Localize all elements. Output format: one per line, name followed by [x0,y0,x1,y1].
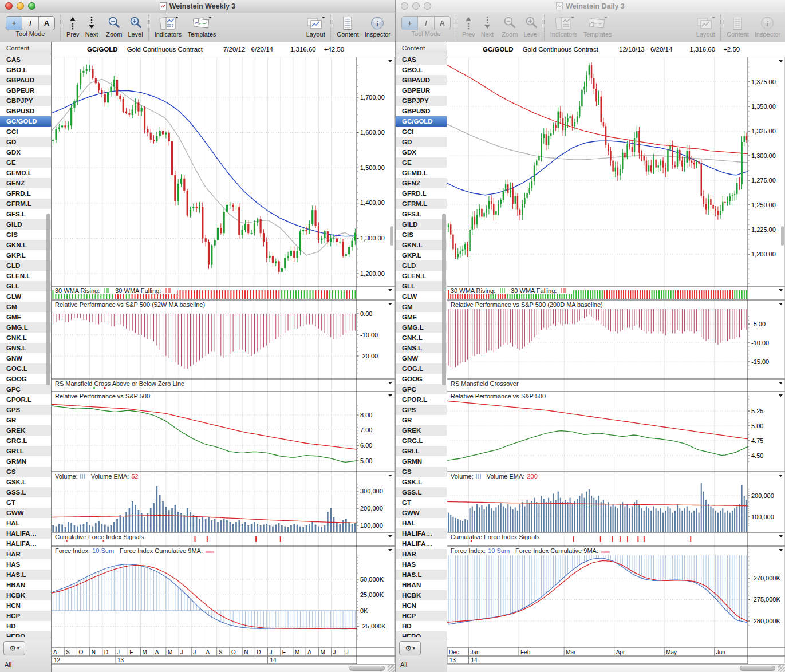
inspector-button[interactable]: iInspector [755,15,780,38]
sidebar-item-gs[interactable]: GS [0,467,51,477]
sidebar-item-gr[interactable]: GR [396,415,447,425]
sidebar-item-hban[interactable]: HBAN [396,580,447,590]
sidebar-item-glw[interactable]: GLW [0,291,51,302]
prev-button[interactable]: Prev [462,15,475,38]
sidebar-item-gdx[interactable]: GDX [0,147,51,157]
sidebar-item-hcn[interactable]: HCN [396,600,447,611]
sidebar-item-hcbk[interactable]: HCBK [396,590,447,600]
sidebar-item-gpc[interactable]: GPC [0,384,51,394]
content-button[interactable]: Content [727,15,749,38]
sidebar-item-has[interactable]: HAS [396,559,447,570]
sidebar-item-gs[interactable]: GS [396,467,447,477]
sidebar-item-gporl[interactable]: GPOR.L [0,394,51,405]
sidebar-item-gld[interactable]: GLD [0,260,51,271]
sidebar-item-gbpjpy[interactable]: GBPJPY [396,96,447,106]
minimize-button[interactable] [412,2,420,10]
minimize-button[interactable] [17,2,24,10]
sidebar-item-grek[interactable]: GREK [396,425,447,436]
sidebar-item-gfsl[interactable]: GFS.L [396,209,447,219]
layout-button[interactable]: Layout [306,15,325,38]
sidebar-item-gbpaud[interactable]: GBPAUD [396,75,447,85]
symbol-list[interactable]: GASGBO.LGBPAUDGBPEURGBPJPYGBPUSDGC/GOLDG… [396,54,447,637]
sidebar-item-gas[interactable]: GAS [396,54,447,65]
sidebar-item-hcp[interactable]: HCP [396,611,447,621]
symbol-list[interactable]: GASGBO.LGBPAUDGBPEURGBPJPYGBPUSDGC/GOLDG… [0,54,51,637]
sidebar-item-gll[interactable]: GLL [396,281,447,291]
layout-button[interactable]: Layout [696,15,715,38]
sidebar-item-gogl[interactable]: GOG.L [0,363,51,374]
sidebar-item-gfrdl[interactable]: GFRD.L [396,188,447,199]
sidebar-item-gt[interactable]: GT [396,497,447,508]
indicators-button[interactable]: Indicators [550,15,578,38]
sidebar-item-gild[interactable]: GILD [0,219,51,230]
sidebar-item-gril[interactable]: GRI.L [396,446,447,456]
sidebar-item-gknl[interactable]: GKN.L [396,240,447,250]
sidebar-item-glenl[interactable]: GLEN.L [0,271,51,281]
sidebar-item-gogl[interactable]: GOG.L [396,363,447,374]
titlebar[interactable]: Weinstein Daily 3 [396,0,785,13]
sidebar-item-har[interactable]: HAR [396,549,447,559]
templates-button[interactable]: Templates [583,15,612,38]
sidebar-item-gps[interactable]: GPS [0,405,51,415]
sidebar-item-gssl[interactable]: GSS.L [0,487,51,497]
chart-canvas[interactable]: 1,700.001,600.001,500.001,400.001,300.00… [52,57,395,672]
sidebar-item-grek[interactable]: GREK [0,425,51,436]
sidebar-item-genz[interactable]: GENZ [0,178,51,188]
sidebar-item-gkpl[interactable]: GKP.L [396,250,447,260]
horizontal-scrollbar[interactable] [447,664,785,672]
sidebar-item-goog[interactable]: GOOG [0,374,51,384]
sidebar-item-gild[interactable]: GILD [396,219,447,230]
sidebar-item-gll[interactable]: GLL [0,281,51,291]
sidebar-item-gemdl[interactable]: GEMD.L [396,168,447,178]
sidebar-item-gd[interactable]: GD [0,137,51,147]
sidebar-item-glw[interactable]: GLW [396,291,447,302]
sidebar-item-grmn[interactable]: GRMN [0,456,51,467]
text-tool-button[interactable]: A [39,17,54,30]
sidebar-item-hasl[interactable]: HAS.L [0,570,51,580]
sidebar-item-gknl[interactable]: GKN.L [0,240,51,250]
sidebar-item-gskl[interactable]: GSK.L [0,477,51,487]
sidebar-item-hcp[interactable]: HCP [0,611,51,621]
scrollbar-thumb[interactable] [349,666,385,671]
sidebar-item-grmn[interactable]: GRMN [396,456,447,467]
sidebar-item-gci[interactable]: GCI [0,127,51,137]
sidebar-item-gis[interactable]: GIS [396,230,447,240]
sidebar-item-gww[interactable]: GWW [396,508,447,518]
sidebar-item-gme[interactable]: GME [396,312,447,322]
sidebar-item-gskl[interactable]: GSK.L [396,477,447,487]
sidebar-item-gm[interactable]: GM [0,302,51,312]
line-tool-button[interactable]: / [418,17,434,30]
sidebar-item-hal[interactable]: HAL [0,518,51,528]
line-tool-button[interactable]: / [22,17,38,30]
sidebar-item-gd[interactable]: GD [396,137,447,147]
sidebar-item-gcgold[interactable]: GC/GOLD [396,116,447,127]
sidebar-item-gssl[interactable]: GSS.L [396,487,447,497]
sidebar-item-gld[interactable]: GLD [396,260,447,271]
prev-button[interactable]: Prev [66,15,80,38]
sidebar-item-hal[interactable]: HAL [396,518,447,528]
sidebar-item-gnsl[interactable]: GNS.L [0,343,51,353]
content-button[interactable]: Content [337,15,359,38]
sidebar-item-gril[interactable]: GRI.L [0,446,51,456]
resize-grip[interactable] [388,665,395,672]
sidebar-item-hban[interactable]: HBAN [0,580,51,590]
sidebar-item-ge[interactable]: GE [0,157,51,168]
indicators-button[interactable]: Indicators [155,15,182,38]
sidebar-item-gm[interactable]: GM [396,302,447,312]
sidebar-item-gww[interactable]: GWW [0,508,51,518]
sidebar-item-ge[interactable]: GE [396,157,447,168]
sidebar-item-hd[interactable]: HD [396,621,447,631]
sidebar-item-gbpusd[interactable]: GBPUSD [0,106,51,116]
action-gear-button[interactable]: ⚙▾ [3,641,25,655]
sidebar-item-gbpaud[interactable]: GBPAUD [0,75,51,85]
titlebar[interactable]: Weinstein Weekly 3 [0,0,395,13]
sidebar-item-gnw[interactable]: GNW [0,353,51,363]
sidebar-item-gr[interactable]: GR [0,415,51,425]
sidebar-item-har[interactable]: HAR [0,549,51,559]
crosshair-tool-button[interactable]: + [6,17,22,30]
next-button[interactable]: Next [85,15,98,38]
sidebar-item-hd[interactable]: HD [0,621,51,631]
sidebar-item-gfrml[interactable]: GFRM.L [0,199,51,209]
scrollbar-thumb[interactable] [740,666,775,671]
sidebar-item-hcn[interactable]: HCN [0,600,51,611]
